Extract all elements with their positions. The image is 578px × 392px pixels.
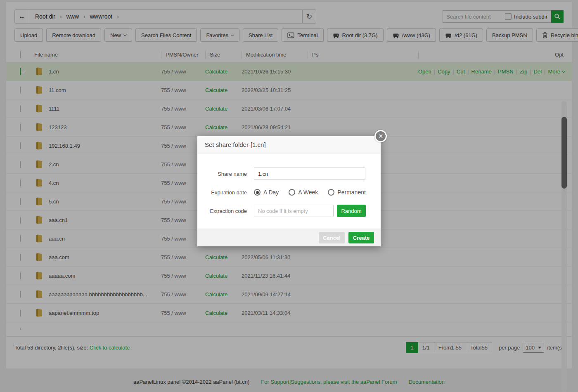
random-button[interactable]: Random bbox=[337, 205, 366, 217]
radio-permanent[interactable]: Permanent bbox=[328, 189, 365, 196]
modal-footer: Cancel Create bbox=[197, 229, 381, 246]
modal-body: Share name Expiration date A Day A Week … bbox=[197, 153, 381, 229]
modal-title: Set share folder-[1.cn] bbox=[197, 136, 381, 153]
close-icon[interactable] bbox=[374, 130, 387, 142]
extraction-code-input[interactable] bbox=[254, 205, 334, 217]
share-name-input[interactable] bbox=[254, 168, 365, 180]
radio-a-week[interactable]: A Week bbox=[289, 189, 318, 196]
create-button[interactable]: Create bbox=[348, 232, 374, 243]
share-folder-modal: Set share folder-[1.cn] Share name Expir… bbox=[197, 136, 381, 246]
share-name-label: Share name bbox=[197, 171, 247, 177]
cancel-button[interactable]: Cancel bbox=[319, 232, 345, 243]
radio-a-day[interactable]: A Day bbox=[254, 189, 279, 196]
radio-selected-icon bbox=[254, 189, 261, 196]
radio-icon bbox=[289, 189, 295, 196]
expiration-date-label: Expiration date bbox=[197, 189, 247, 196]
radio-icon bbox=[328, 189, 334, 196]
extraction-code-label: Extraction code bbox=[197, 208, 247, 214]
expiration-options: A Day A Week Permanent bbox=[254, 189, 366, 196]
